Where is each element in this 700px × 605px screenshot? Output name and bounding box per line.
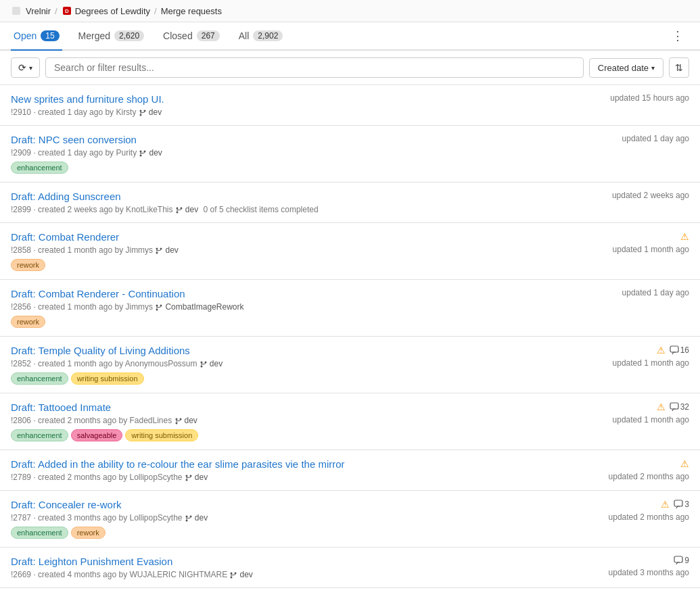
svg-point-30	[189, 515, 191, 517]
mr-right: ⚠ 16 updated 1 month ago	[574, 345, 689, 368]
mr-meta: !2852 · created 1 month ago by Anonymous…	[11, 359, 574, 368]
comment-count: 32	[680, 402, 689, 412]
mr-icons: ⚠ 3	[661, 499, 689, 510]
svg-point-31	[185, 519, 187, 521]
sort-order-icon: ⇅	[675, 62, 683, 73]
sort-icon-button[interactable]: ⟳ ▾	[11, 57, 40, 78]
mr-left: Draft: Adding Sunscreen !2899 · created …	[11, 191, 574, 214]
branch-icon	[155, 247, 163, 255]
comment-icon: 16	[670, 345, 689, 355]
tag-rework[interactable]: rework	[11, 316, 45, 328]
comment-icon: 9	[674, 556, 689, 565]
mr-right: ⚠ 32 updated 1 month ago	[574, 402, 689, 425]
mr-title[interactable]: Draft: Adding Sunscreen	[11, 191, 574, 202]
sort-date-button[interactable]: Created date ▾	[589, 58, 663, 78]
tag-writing-submission[interactable]: writing submission	[71, 372, 144, 385]
mr-meta: !2856 · created 1 month ago by Jimmys Co…	[11, 302, 574, 312]
comment-bubble-icon	[674, 556, 683, 565]
tab-closed-count: 267	[197, 30, 220, 41]
mr-tags: enhancementrework	[11, 527, 574, 539]
mr-right: ⚠ 3 updated 2 months ago	[574, 499, 689, 522]
tag-enhancement[interactable]: enhancement	[11, 162, 68, 174]
mr-title[interactable]: Draft: Leighton Punishment Evasion	[11, 556, 574, 567]
mr-left: Draft: Combat Renderer - Continuation !2…	[11, 288, 574, 328]
mr-item: Draft: Temple Quality of Living Addition…	[0, 337, 700, 393]
mr-number: !2909	[11, 148, 31, 158]
svg-point-15	[156, 304, 158, 306]
tag-enhancement[interactable]: enhancement	[11, 429, 68, 441]
mr-updated: updated 2 months ago	[609, 472, 689, 481]
mr-right: ⚠ updated 1 month ago	[574, 231, 689, 254]
mr-number: !2852	[11, 359, 31, 368]
branch-ref: dev	[174, 416, 197, 425]
mr-meta: !2806 · created 2 months ago by FadedLin…	[11, 416, 574, 425]
mr-title[interactable]: Draft: Added in the ability to re-colour…	[11, 458, 574, 470]
mr-updated: updated 3 months ago	[609, 568, 689, 577]
svg-point-19	[204, 361, 206, 363]
sort-order-button[interactable]: ⇅	[669, 57, 689, 78]
sort-icon: ⟳	[18, 62, 26, 73]
tab-open[interactable]: Open 15	[11, 22, 62, 51]
tag-writing-submission[interactable]: writing submission	[125, 429, 198, 441]
tag-rework[interactable]: rework	[11, 259, 45, 271]
svg-point-8	[140, 154, 142, 156]
svg-point-18	[200, 361, 202, 363]
tab-open-count: 15	[41, 30, 59, 41]
mr-meta: !2787 · created 3 months ago by Lollipop…	[11, 513, 574, 523]
mr-title[interactable]: Draft: Concealer re-work	[11, 499, 574, 510]
mr-title[interactable]: Draft: NPC seen conversion	[11, 134, 574, 145]
search-input[interactable]	[45, 57, 584, 78]
breadcrumb-vrelnir[interactable]: Vrelnir	[26, 6, 51, 16]
mr-title[interactable]: Draft: Tattooed Inmate	[11, 402, 574, 413]
mr-title[interactable]: New sprites and furniture shop UI.	[11, 93, 574, 105]
mr-left: Draft: Tattooed Inmate !2806 · created 2…	[11, 402, 574, 441]
tag-rework[interactable]: rework	[71, 527, 106, 539]
svg-point-22	[175, 418, 177, 420]
mr-left: Draft: Concealer re-work !2787 · created…	[11, 499, 574, 539]
more-options-button[interactable]: ⋮	[666, 24, 689, 47]
svg-point-28	[185, 479, 187, 481]
mr-number: !2858	[11, 245, 31, 255]
mr-right: updated 2 weeks ago	[574, 191, 689, 200]
breadcrumb-project[interactable]: Degrees of Lewdity	[75, 6, 150, 16]
branch-icon	[139, 109, 147, 117]
branch-icon	[174, 417, 183, 425]
tabs-bar: Open 15 Merged 2,620 Closed 267 All 2,90…	[0, 22, 700, 51]
page-icon	[11, 5, 22, 16]
mr-item: Draft: Leighton Punishment Evasion !2669…	[0, 548, 700, 588]
tab-all[interactable]: All 2,902	[236, 22, 286, 49]
mr-title[interactable]: Draft: Combat Renderer	[11, 231, 574, 243]
comment-bubble-icon	[670, 345, 679, 355]
mr-number: !2806	[11, 416, 31, 425]
warning-icon: ⚠	[657, 345, 666, 356]
svg-rect-25	[670, 403, 678, 409]
mr-item: Draft: Concealer re-work !2787 · created…	[0, 491, 700, 548]
svg-rect-32	[674, 500, 682, 506]
mr-title[interactable]: Draft: Combat Renderer - Continuation	[11, 288, 574, 299]
mr-item: Draft: Combat Renderer - Continuation !2…	[0, 280, 700, 337]
svg-point-7	[144, 150, 146, 152]
svg-point-13	[160, 247, 162, 249]
comment-icon: 3	[674, 500, 689, 509]
svg-point-14	[156, 251, 158, 253]
tag-enhancement[interactable]: enhancement	[11, 527, 68, 539]
branch-ref: dev	[139, 148, 162, 158]
branch-icon	[185, 514, 193, 523]
svg-point-5	[139, 114, 141, 116]
mr-number: !2910	[11, 107, 31, 117]
tag-enhancement[interactable]: enhancement	[11, 372, 68, 385]
comment-count: 9	[684, 556, 689, 565]
svg-point-10	[180, 207, 182, 209]
comment-bubble-icon	[674, 500, 683, 509]
mr-tags: enhancementsalvageablewriting submission	[11, 429, 574, 441]
warning-icon: ⚠	[661, 499, 670, 510]
branch-ref: dev	[139, 107, 162, 117]
mr-title[interactable]: Draft: Temple Quality of Living Addition…	[11, 345, 574, 356]
mr-right: 9 updated 3 months ago	[574, 556, 689, 577]
tab-closed[interactable]: Closed 267	[160, 22, 223, 49]
mr-updated: updated 2 months ago	[609, 512, 689, 522]
tag-salvageable[interactable]: salvageable	[71, 429, 123, 441]
mr-icons: ⚠ 16	[657, 345, 689, 356]
tab-merged[interactable]: Merged 2,620	[76, 22, 147, 49]
svg-point-23	[179, 418, 181, 420]
